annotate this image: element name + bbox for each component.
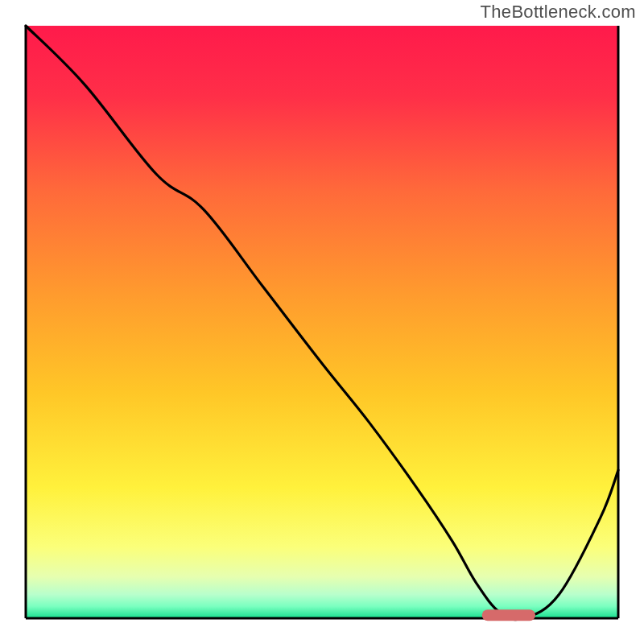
optimal-marker <box>482 609 535 621</box>
plot-gradient <box>26 26 618 618</box>
bottleneck-chart <box>0 0 644 644</box>
